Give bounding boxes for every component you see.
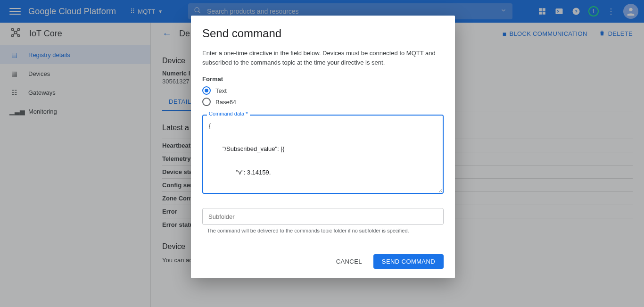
radio-label: Text (215, 87, 227, 94)
send-command-button[interactable]: SEND COMMAND (373, 254, 444, 269)
command-data-label: Command data * (207, 111, 250, 116)
send-command-dialog: Send command Enter a one-time directive … (191, 16, 455, 278)
dialog-actions: CANCEL SEND COMMAND (202, 254, 444, 269)
radio-text[interactable]: Text (202, 86, 444, 95)
command-data-field: Command data * (202, 115, 444, 196)
subfolder-input[interactable] (202, 208, 444, 225)
subfolder-helper: The command will be delivered to the com… (202, 228, 444, 233)
radio-icon (202, 98, 211, 106)
dialog-title: Send command (202, 27, 444, 40)
dialog-description: Enter a one-time directive in the field … (202, 49, 444, 67)
radio-icon (202, 86, 211, 95)
radio-base64[interactable]: Base64 (202, 98, 444, 106)
radio-label: Base64 (215, 99, 236, 106)
format-label: Format (202, 75, 444, 83)
command-data-textarea[interactable] (202, 115, 444, 194)
cancel-button[interactable]: CANCEL (330, 254, 369, 269)
